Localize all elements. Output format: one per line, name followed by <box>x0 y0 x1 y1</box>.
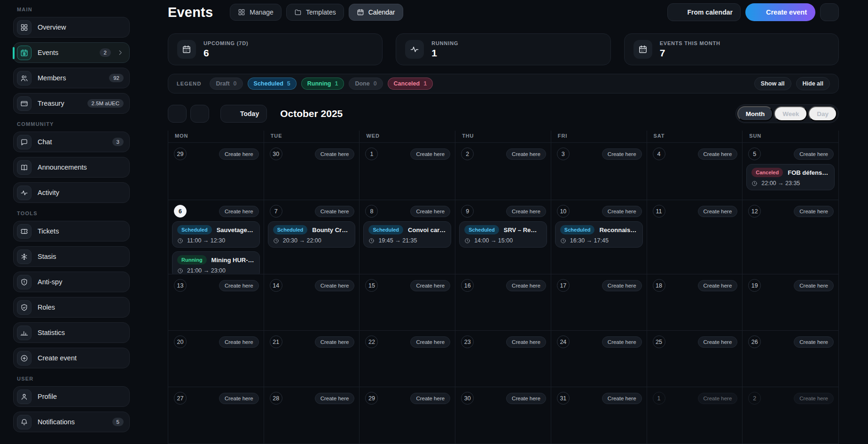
create-here-button[interactable]: Create here <box>506 336 546 348</box>
calendar-icon <box>228 110 236 117</box>
create-here-button[interactable]: Create here <box>219 393 259 404</box>
create-here-button[interactable]: Create here <box>794 280 834 291</box>
sidebar-item-icon-box <box>17 186 31 200</box>
tab-templates[interactable]: Templates <box>286 4 344 21</box>
create-here-button[interactable]: Create here <box>410 393 450 404</box>
create-here-button[interactable]: Create here <box>219 206 259 217</box>
sidebar-item-stasis[interactable]: Stasis <box>13 246 130 267</box>
create-here-button[interactable]: Create here <box>410 280 450 291</box>
show-all-button[interactable]: Show all <box>754 77 791 90</box>
create-here-button[interactable]: Create here <box>506 148 546 160</box>
create-here-button[interactable]: Create here <box>506 280 546 291</box>
date-number: 10 <box>557 205 570 218</box>
legend-actions: Show all Hide all <box>754 77 830 90</box>
date-number: 22 <box>365 335 378 348</box>
create-here-button[interactable]: Create here <box>315 206 355 217</box>
create-here-button[interactable]: Create here <box>602 280 642 291</box>
create-here-button[interactable]: Create here <box>794 336 834 348</box>
view-week[interactable]: Week <box>774 106 807 121</box>
event-line2: 21:00 → 23:00 <box>177 267 255 274</box>
create-here-button[interactable]: Create here <box>698 336 738 348</box>
create-here-button[interactable]: Create here <box>794 393 834 404</box>
create-here-button[interactable]: Create here <box>410 148 450 160</box>
more-options-button[interactable] <box>820 3 839 21</box>
create-here-button[interactable]: Create here <box>698 148 738 160</box>
event-card[interactable]: ScheduledReconnaissance...16:30 → 17:45 <box>555 221 643 248</box>
today-button[interactable]: Today <box>220 105 267 123</box>
legend-pill-canceled[interactable]: Canceled1 <box>388 78 433 90</box>
create-here-button[interactable]: Create here <box>794 148 834 160</box>
create-here-button[interactable]: Create here <box>315 393 355 404</box>
event-card[interactable]: RunningMining HUR-L221:00 → 23:00 <box>172 251 260 274</box>
create-here-button[interactable]: Create here <box>315 148 355 160</box>
sidebar-item-anti-spy[interactable]: Anti-spy <box>13 272 130 292</box>
create-event-button[interactable]: Create event <box>745 3 815 21</box>
day-cell-31: 31Create here <box>551 387 647 444</box>
event-status-badge: Scheduled <box>560 225 595 234</box>
sidebar-item-members[interactable]: Members92 <box>13 68 130 88</box>
event-card[interactable]: ScheduledBounty Crusader20:30 → 22:00 <box>268 221 356 248</box>
sidebar-item-announcements[interactable]: Announcements <box>13 157 130 178</box>
sidebar-item-chat[interactable]: Chat3 <box>13 132 130 152</box>
hide-all-button[interactable]: Hide all <box>796 77 830 90</box>
create-here-button[interactable]: Create here <box>698 280 738 291</box>
calendar-body: 29Create here30Create here1Create here2C… <box>168 143 838 444</box>
sidebar-item-tickets[interactable]: Tickets <box>13 221 130 241</box>
date-number: 19 <box>748 279 761 292</box>
event-card[interactable]: ScheduledConvoi cargo v...19:45 → 21:35 <box>363 221 451 248</box>
view-day[interactable]: Day <box>808 106 837 121</box>
event-card[interactable]: CanceledFOB défensive —...22:00 → 23:35 <box>746 164 835 190</box>
legend-pill-scheduled[interactable]: Scheduled5 <box>248 78 297 90</box>
next-month-button[interactable] <box>190 105 209 123</box>
event-card[interactable]: ScheduledSauvetage SAR ...11:00 → 12:30 <box>172 221 260 248</box>
sidebar-item-treasury[interactable]: Treasury2.5M aUEC <box>13 93 130 114</box>
legend-pill-label: Done <box>355 80 369 87</box>
create-here-button[interactable]: Create here <box>506 393 546 404</box>
create-here-button[interactable]: Create here <box>219 148 259 160</box>
plus-circle-icon <box>20 354 28 362</box>
day-cell-17: 17Create here <box>551 274 647 330</box>
create-here-button[interactable]: Create here <box>219 280 259 291</box>
create-here-button[interactable]: Create here <box>602 393 642 404</box>
from-calendar-button[interactable]: From calendar <box>667 3 740 21</box>
create-here-button[interactable]: Create here <box>315 336 355 348</box>
legend-pill-done[interactable]: Done0 <box>349 78 383 90</box>
create-here-button[interactable]: Create here <box>602 336 642 348</box>
create-here-button[interactable]: Create here <box>410 206 450 217</box>
sidebar-item-roles[interactable]: Roles <box>13 297 130 318</box>
create-here-button[interactable]: Create here <box>410 336 450 348</box>
tab-manage[interactable]: Manage <box>230 4 282 21</box>
legend-pill-draft[interactable]: Draft0 <box>210 78 242 90</box>
create-here-button[interactable]: Create here <box>506 206 546 217</box>
create-here-button[interactable]: Create here <box>315 280 355 291</box>
date-number: 17 <box>557 279 570 292</box>
create-here-button[interactable]: Create here <box>698 206 738 217</box>
user-icon <box>20 393 28 401</box>
sidebar-item-create-event[interactable]: Create event <box>13 348 130 368</box>
legend-pill-running[interactable]: Running1 <box>301 78 344 90</box>
sidebar-item-overview[interactable]: Overview <box>13 17 130 38</box>
sidebar-item-profile[interactable]: Profile <box>13 386 130 407</box>
create-here-button[interactable]: Create here <box>698 393 738 404</box>
create-here-button[interactable]: Create here <box>602 148 642 160</box>
legend-bar: LEGEND Draft0Scheduled5Running1Done0Canc… <box>168 74 839 93</box>
sidebar-item-notifications[interactable]: Notifications5 <box>13 412 130 432</box>
sidebar-item-badge: 5 <box>112 418 124 426</box>
day-cell-13: 13Create here <box>168 274 264 330</box>
create-here-button[interactable]: Create here <box>219 336 259 348</box>
day-cell-head: 26Create here <box>743 331 838 348</box>
sidebar-item-events[interactable]: Events2 <box>13 42 130 63</box>
view-month[interactable]: Month <box>737 106 773 121</box>
date-number: 13 <box>174 279 187 292</box>
date-number: 29 <box>365 392 378 405</box>
create-here-button[interactable]: Create here <box>794 206 834 217</box>
tab-calendar[interactable]: Calendar <box>349 4 403 21</box>
sidebar-item-statistics[interactable]: Statistics <box>13 322 130 343</box>
event-card[interactable]: ScheduledSRV – Remorqu...14:00 → 15:00 <box>459 221 547 248</box>
calendar-week-row: 27Create here28Create here29Create here3… <box>168 387 838 444</box>
sidebar-item-activity[interactable]: Activity <box>13 182 130 203</box>
create-here-button[interactable]: Create here <box>602 206 642 217</box>
calendar-icon <box>638 45 648 54</box>
day-cell-head: 24Create here <box>551 331 647 348</box>
prev-month-button[interactable] <box>168 105 187 123</box>
